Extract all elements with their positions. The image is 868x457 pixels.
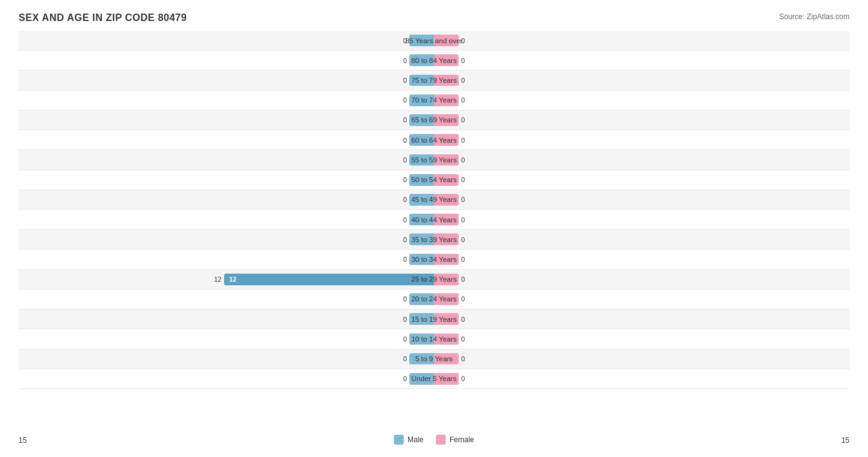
female-bar-wrap: 0 <box>434 373 849 385</box>
row-wrap: 0 85 Years and over 0 <box>19 31 849 50</box>
male-bar-wrap: 0 <box>19 373 434 385</box>
female-value: 0 <box>461 295 471 303</box>
center-label: 65 to 69 Years <box>411 116 457 124</box>
right-side: 0 <box>434 309 849 329</box>
row-wrap: 0 75 to 79 Years 0 <box>19 70 849 90</box>
row-wrap: 0 55 to 59 Years 0 <box>19 150 849 169</box>
center-label: 70 to 74 Years <box>411 96 457 104</box>
male-bar-wrap: 0 <box>19 75 434 86</box>
center-label: 55 to 59 Years <box>411 156 457 164</box>
male-value: 0 <box>397 96 407 104</box>
male-value: 0 <box>397 256 407 263</box>
bar-row: 0 80 to 84 Years 0 <box>19 51 849 70</box>
female-bar-wrap: 0 <box>434 54 849 66</box>
age-label: 65 to 69 Years <box>411 116 457 124</box>
center-label: 40 to 44 Years <box>411 216 457 224</box>
center-label: 20 to 24 Years <box>411 295 457 303</box>
age-label: Under 5 Years <box>412 375 457 382</box>
right-side: 0 <box>434 290 849 309</box>
legend: Male Female <box>394 435 474 445</box>
left-side: 0 <box>19 249 434 269</box>
center-label: 80 to 84 Years <box>411 57 457 64</box>
row-wrap: 0 5 to 9 Years 0 <box>19 350 849 369</box>
axis-label-right: 15 <box>841 436 849 445</box>
male-bar-wrap: 0 <box>19 35 434 46</box>
left-side: 0 <box>19 150 434 169</box>
male-value: 0 <box>397 216 407 224</box>
bar-row: 0 Under 5 Years 0 <box>19 369 849 389</box>
left-side: 12 12 <box>19 270 434 289</box>
female-value: 0 <box>461 156 471 164</box>
age-label: 70 to 74 Years <box>411 96 457 104</box>
female-value: 0 <box>461 335 471 343</box>
center-label: 60 to 64 Years <box>411 136 457 144</box>
center-label: 5 to 9 Years <box>415 355 453 363</box>
right-side: 0 <box>434 210 849 229</box>
male-value: 12 <box>212 275 222 283</box>
center-label: 50 to 54 Years <box>411 176 457 183</box>
left-side: 0 <box>19 350 434 369</box>
bar-row: 0 20 to 24 Years 0 <box>19 290 849 309</box>
left-side: 0 <box>19 70 434 90</box>
male-value: 0 <box>397 156 407 164</box>
female-value: 0 <box>461 355 471 363</box>
row-wrap: 0 50 to 54 Years 0 <box>19 170 849 190</box>
right-side: 0 <box>434 130 849 149</box>
bar-row: 0 15 to 19 Years 0 <box>19 309 849 329</box>
bar-row: 0 75 to 79 Years 0 <box>19 70 849 90</box>
age-label: 40 to 44 Years <box>411 216 457 224</box>
male-value: 0 <box>397 316 407 323</box>
row-wrap: 0 15 to 19 Years 0 <box>19 309 849 329</box>
left-side: 0 <box>19 190 434 209</box>
legend-male: Male <box>394 435 424 445</box>
male-value: 0 <box>397 176 407 183</box>
male-bar-wrap: 0 <box>19 214 434 225</box>
female-value: 0 <box>461 256 471 263</box>
row-wrap: 0 20 to 24 Years 0 <box>19 290 849 309</box>
male-bar-wrap: 0 <box>19 233 434 245</box>
right-side: 0 <box>434 170 849 190</box>
right-side: 0 <box>434 70 849 90</box>
row-wrap: 0 40 to 44 Years 0 <box>19 210 849 229</box>
male-value: 0 <box>397 295 407 303</box>
male-value: 0 <box>397 116 407 124</box>
male-bar-wrap: 0 <box>19 134 434 146</box>
left-side: 0 <box>19 111 434 130</box>
female-bar-wrap: 0 <box>434 75 849 86</box>
male-bar-wrap: 0 <box>19 114 434 126</box>
right-side: 0 <box>434 190 849 209</box>
female-value: 0 <box>461 316 471 323</box>
left-side: 0 <box>19 130 434 149</box>
left-side: 0 <box>19 210 434 229</box>
age-label: 55 to 59 Years <box>411 156 457 164</box>
bar-row: 0 45 to 49 Years 0 <box>19 190 849 210</box>
bar-row: 0 30 to 34 Years 0 <box>19 249 849 269</box>
right-side: 0 <box>434 230 849 249</box>
right-side: 0 <box>434 249 849 269</box>
male-value: 0 <box>397 136 407 144</box>
male-bar-wrap: 0 <box>19 353 434 365</box>
female-value: 0 <box>461 236 471 243</box>
age-label: 5 to 9 Years <box>415 355 453 363</box>
male-swatch <box>394 435 404 445</box>
age-label: 85 Years and over <box>406 37 463 44</box>
male-bar-wrap: 0 <box>19 333 434 345</box>
female-bar-wrap: 0 <box>434 274 849 285</box>
female-label: Female <box>449 435 474 444</box>
female-swatch <box>436 435 446 445</box>
chart-source: Source: ZipAtlas.com <box>779 12 849 21</box>
age-label: 30 to 34 Years <box>411 256 457 263</box>
bar-row: 0 55 to 59 Years 0 <box>19 150 849 170</box>
female-bar-wrap: 0 <box>434 154 849 166</box>
right-side: 0 <box>434 350 849 369</box>
left-side: 0 <box>19 51 434 70</box>
row-wrap: 0 70 to 74 Years 0 <box>19 91 849 110</box>
bar-row: 0 5 to 9 Years 0 <box>19 350 849 369</box>
bar-row: 0 60 to 64 Years 0 <box>19 130 849 150</box>
axis-label-left: 15 <box>19 436 27 445</box>
male-bar: 12 <box>224 274 434 285</box>
bar-row: 0 70 to 74 Years 0 <box>19 91 849 111</box>
row-wrap: 0 Under 5 Years 0 <box>19 369 849 388</box>
left-side: 0 <box>19 369 434 388</box>
female-bar-wrap: 0 <box>434 293 849 305</box>
